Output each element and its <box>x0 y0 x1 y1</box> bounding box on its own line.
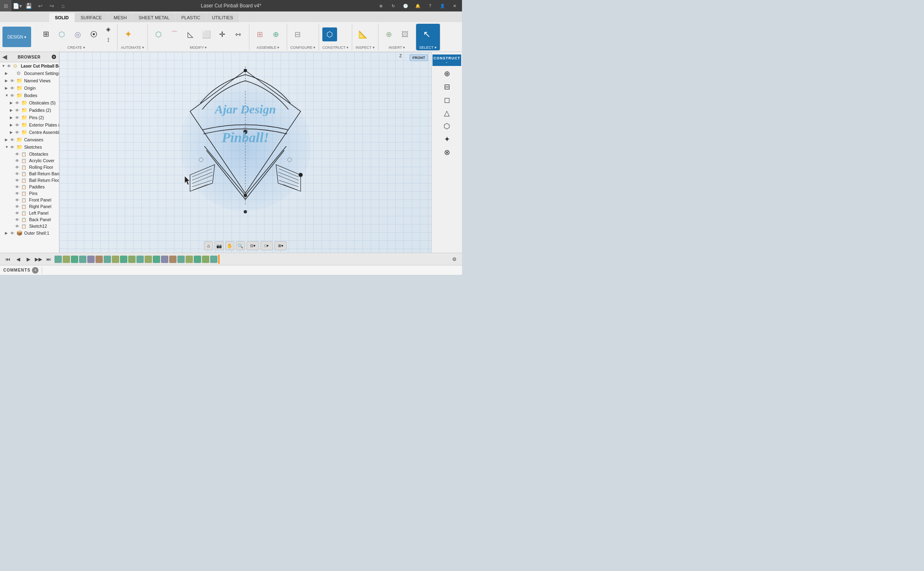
sidebar-collapse-btn[interactable]: ◀ <box>2 54 7 60</box>
display-btn[interactable]: □▾ <box>260 241 273 250</box>
fillet-btn[interactable]: ⌒ <box>167 27 182 41</box>
tree-sketch12[interactable]: 👁 📋 Sketch12 <box>0 223 59 229</box>
tree-right-panel-sketch[interactable]: 👁 📋 Right Panel <box>0 203 59 210</box>
timeline-item-10[interactable] <box>128 256 136 263</box>
timeline-item-18[interactable] <box>194 256 201 263</box>
file-dropdown[interactable]: 📄▾ <box>11 0 23 11</box>
tree-paddles[interactable]: ▶ 👁 📁 Paddles (2) <box>0 106 59 114</box>
construct-panel-item-6[interactable]: ✦ <box>435 133 459 145</box>
new-component-assemble-btn[interactable]: ⊞ <box>253 27 267 41</box>
timeline-item-4[interactable] <box>79 256 86 263</box>
tree-origin[interactable]: ▶ 👁 📁 Origin <box>0 84 59 92</box>
insert-btn[interactable]: ⊕ <box>382 27 396 41</box>
tree-ball-return-barrier-sketch[interactable]: 👁 📋 Ball Return Barrier <box>0 170 59 177</box>
new-component-btn[interactable]: ⊞ <box>38 27 53 42</box>
timeline-end-btn[interactable]: ⏭ <box>44 255 53 264</box>
loft-btn[interactable]: ◈ <box>102 24 114 34</box>
construct-panel-item-4[interactable]: △ <box>435 107 459 119</box>
tree-ball-return-floor-sketch[interactable]: 👁 📋 Ball Return Floor <box>0 177 59 184</box>
timeline-settings-icon[interactable]: ⚙ <box>450 255 459 264</box>
canvas[interactable]: Ajar Design Pinball! FRONT Z ⌂ 📷 <box>59 52 431 253</box>
timeline-prev-btn[interactable]: ◀ <box>14 255 23 264</box>
camera-btn[interactable]: 📷 <box>215 241 224 250</box>
hole-btn[interactable]: ⦿ <box>86 27 101 41</box>
tab-mesh[interactable]: MESH <box>108 13 133 22</box>
help-btn[interactable]: ? <box>424 1 436 10</box>
timeline-item-17[interactable] <box>186 256 193 263</box>
design-button[interactable]: DESIGN ▾ <box>2 27 31 47</box>
apps-icon[interactable]: ⊞ <box>0 0 11 11</box>
visual-style-btn[interactable]: ⊞▾ <box>274 241 287 250</box>
tree-rolling-floor-sketch[interactable]: 👁 📋 Rolling Floor <box>0 164 59 170</box>
notif-btn[interactable]: 🔔 <box>412 1 424 10</box>
tab-plastic[interactable]: PLASTIC <box>176 13 206 22</box>
construct-panel-item-2[interactable]: ⊟ <box>435 81 459 93</box>
close-btn[interactable]: ✕ <box>449 1 460 10</box>
timeline-item-5[interactable] <box>87 256 95 263</box>
zoom-extent-btn[interactable]: ⊡▾ <box>247 241 259 250</box>
tree-obstacles-sketch[interactable]: 👁 📋 Obstacles <box>0 151 59 157</box>
construct-active-btn[interactable]: ⬡ <box>322 27 337 41</box>
tree-outer-shell[interactable]: ▶ 👁 📦 Outer Shell:1 <box>0 229 59 237</box>
redo-btn[interactable]: ↪ <box>46 0 57 11</box>
tree-sketches[interactable]: ▼ 👁 📁 Sketches <box>0 143 59 151</box>
timeline-item-8[interactable] <box>112 256 119 263</box>
decal-btn[interactable]: 🖼 <box>398 27 412 41</box>
tree-root[interactable]: ▼ 👁 ⊙ Laser Cut Pinball Board v4 <box>0 62 59 70</box>
timeline-play-btn[interactable]: ▶ <box>24 255 33 264</box>
timeline-item-13[interactable] <box>153 256 160 263</box>
home-btn[interactable]: ⌂ <box>57 0 69 11</box>
timeline-item-7[interactable] <box>104 256 111 263</box>
tree-pins[interactable]: ▶ 👁 📁 Pins (2) <box>0 114 59 121</box>
tree-centre-assembly[interactable]: ▶ 👁 📁 Centre Assembly (4) <box>0 129 59 136</box>
timeline-item-2[interactable] <box>63 256 70 263</box>
tree-exterior-plates[interactable]: ▶ 👁 📁 Exterior Plates (4) <box>0 121 59 129</box>
undo-btn[interactable]: ↩ <box>34 0 46 11</box>
timeline-item-20[interactable] <box>210 256 217 263</box>
shell-btn[interactable]: ⬜ <box>199 27 214 41</box>
new-window-btn[interactable]: ⊕ <box>375 1 387 10</box>
timeline-item-16[interactable] <box>177 256 185 263</box>
construct-panel-item-5[interactable]: ⬡ <box>435 120 459 132</box>
home-view-btn[interactable]: ⌂ <box>204 241 213 250</box>
sync-btn[interactable]: ↻ <box>387 1 399 10</box>
joint-btn[interactable]: ⊕ <box>269 27 283 41</box>
select-btn[interactable]: ↖ <box>419 27 434 41</box>
timeline-item-1[interactable] <box>54 256 62 263</box>
inspect-btn[interactable]: 📐 <box>356 27 370 41</box>
tab-sheet-metal[interactable]: SHEET METAL <box>133 13 175 22</box>
timeline-item-19[interactable] <box>202 256 209 263</box>
tree-left-panel-sketch[interactable]: 👁 📋 Left Panel <box>0 210 59 216</box>
timeline-item-15[interactable] <box>169 256 177 263</box>
user-btn[interactable]: 👤 <box>437 1 448 10</box>
tab-solid[interactable]: SOLID <box>49 13 75 22</box>
timeline-rewind-btn[interactable]: ⏮ <box>3 255 12 264</box>
tree-pins-sketch[interactable]: 👁 📋 Pins <box>0 190 59 197</box>
timeline-item-14[interactable] <box>161 256 168 263</box>
tree-front-panel-sketch[interactable]: 👁 📋 Front Panel <box>0 197 59 203</box>
construct-panel-item-3[interactable]: ◻ <box>435 94 459 106</box>
timeline-item-11[interactable] <box>136 256 144 263</box>
construct-panel-item-7[interactable]: ⊗ <box>435 146 459 159</box>
tab-utilities[interactable]: UTILITIES <box>206 13 239 22</box>
tree-obstacles[interactable]: ▶ 👁 📁 Obsticales (5) <box>0 99 59 106</box>
timeline-item-9[interactable] <box>120 256 127 263</box>
push-pull-btn[interactable]: ⬡ <box>151 27 166 41</box>
timeline-item-3[interactable] <box>71 256 78 263</box>
tree-acrylic-cover-sketch[interactable]: 👁 📋 Acrylic Cover <box>0 157 59 164</box>
save-btn[interactable]: 💾 <box>23 0 34 11</box>
zoom-btn[interactable]: 🔍 <box>236 241 245 250</box>
tab-surface[interactable]: SURFACE <box>75 13 108 22</box>
extrude-btn[interactable]: ⬡ <box>54 27 69 41</box>
tree-back-panel-sketch[interactable]: 👁 📋 Back Panel <box>0 216 59 223</box>
pan-btn[interactable]: ✋ <box>225 241 234 250</box>
timeline-cursor[interactable] <box>218 255 220 264</box>
sweep-btn[interactable]: ⟟ <box>102 35 114 45</box>
construct-panel-item-1[interactable]: ⊕ <box>435 68 459 80</box>
comments-add-btn[interactable]: + <box>32 267 38 274</box>
browser-settings-icon[interactable]: ⚙ <box>51 54 57 60</box>
chamfer-btn[interactable]: ◺ <box>183 27 198 41</box>
clock-btn[interactable]: 🕐 <box>400 1 411 10</box>
timeline-item-12[interactable] <box>145 256 152 263</box>
tree-canvases[interactable]: ▶ 👁 📁 Canvases <box>0 136 59 143</box>
